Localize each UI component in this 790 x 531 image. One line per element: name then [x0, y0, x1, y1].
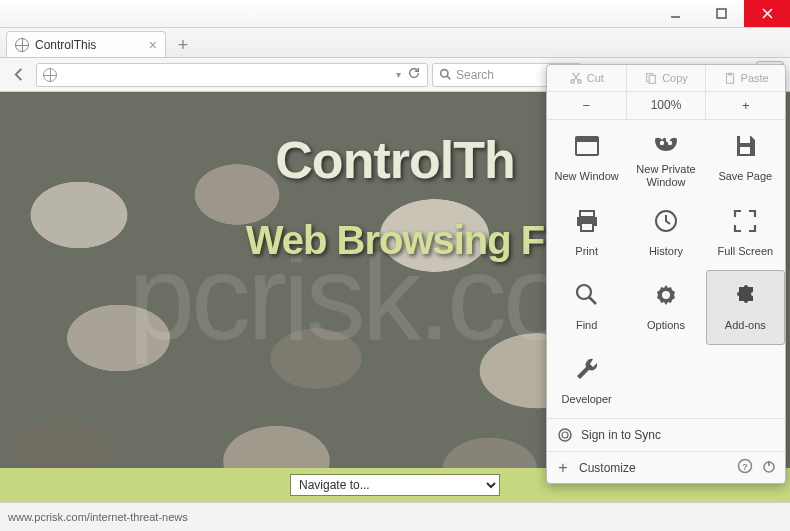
navigate-select[interactable]: Navigate to...	[290, 474, 500, 496]
search-icon	[439, 68, 452, 81]
app-menu: Cut Copy Paste − 100% + New Window New P…	[546, 64, 786, 484]
cut-icon	[569, 71, 583, 85]
new-tab-button[interactable]: +	[170, 35, 196, 57]
search-placeholder: Search	[456, 68, 494, 82]
puzzle-icon	[731, 281, 759, 309]
svg-point-1	[441, 70, 448, 77]
reload-button[interactable]	[407, 66, 421, 84]
save-icon	[731, 132, 759, 160]
dropdown-icon[interactable]: ▾	[396, 69, 401, 80]
window-close-button[interactable]	[744, 0, 790, 27]
window-icon	[573, 132, 601, 160]
menu-customize[interactable]: Customize	[579, 461, 636, 475]
svg-rect-17	[740, 147, 750, 154]
browser-tab[interactable]: ControlThis ×	[6, 31, 166, 57]
sync-icon	[557, 427, 573, 443]
menu-paste[interactable]: Paste	[705, 65, 785, 91]
svg-rect-0	[717, 9, 726, 18]
svg-rect-13	[576, 137, 598, 142]
globe-icon	[43, 68, 57, 82]
fullscreen-icon	[731, 207, 759, 235]
wrench-icon	[573, 355, 601, 383]
menu-new-window[interactable]: New Window	[547, 120, 626, 197]
menu-cut[interactable]: Cut	[547, 65, 626, 91]
address-bar[interactable]: ▾	[36, 63, 428, 87]
svg-point-24	[559, 429, 571, 441]
help-button[interactable]: ?	[737, 458, 753, 477]
svg-point-23	[662, 291, 670, 299]
menu-fullscreen[interactable]: Full Screen	[706, 197, 785, 270]
history-icon	[652, 207, 680, 235]
copy-icon	[644, 71, 658, 85]
gear-icon	[652, 281, 680, 309]
menu-developer[interactable]: Developer	[547, 345, 626, 418]
menu-print[interactable]: Print	[547, 197, 626, 270]
svg-text:?: ?	[742, 462, 748, 472]
zoom-level: 100%	[626, 92, 706, 119]
menu-signin[interactable]: Sign in to Sync	[547, 418, 785, 451]
svg-rect-18	[580, 211, 594, 217]
svg-point-14	[660, 141, 664, 145]
svg-rect-9	[649, 75, 655, 83]
tab-title: ControlThis	[35, 38, 96, 52]
plus-icon: +	[555, 459, 571, 477]
mask-icon	[652, 130, 680, 158]
globe-icon	[15, 38, 29, 52]
find-icon	[573, 281, 601, 309]
svg-point-15	[668, 141, 672, 145]
menu-options[interactable]: Options	[626, 270, 705, 345]
zoom-out-button[interactable]: −	[547, 92, 626, 119]
menu-find[interactable]: Find	[547, 270, 626, 345]
menu-copy[interactable]: Copy	[626, 65, 706, 91]
svg-point-22	[577, 285, 591, 299]
window-maximize-button[interactable]	[698, 0, 744, 27]
zoom-in-button[interactable]: +	[705, 92, 785, 119]
back-button[interactable]	[6, 62, 32, 88]
svg-rect-16	[740, 136, 750, 143]
menu-addons[interactable]: Add-ons	[706, 270, 785, 345]
svg-rect-20	[581, 223, 593, 231]
window-minimize-button[interactable]	[652, 0, 698, 27]
status-text: www.pcrisk.com/internet-threat-news	[8, 511, 188, 523]
tab-close-icon[interactable]: ×	[149, 38, 157, 52]
paste-icon	[723, 71, 737, 85]
menu-new-private-window[interactable]: New Private Window	[626, 120, 705, 197]
power-button[interactable]	[761, 458, 777, 477]
menu-history[interactable]: History	[626, 197, 705, 270]
print-icon	[573, 207, 601, 235]
menu-save-page[interactable]: Save Page	[706, 120, 785, 197]
svg-rect-11	[728, 73, 732, 76]
